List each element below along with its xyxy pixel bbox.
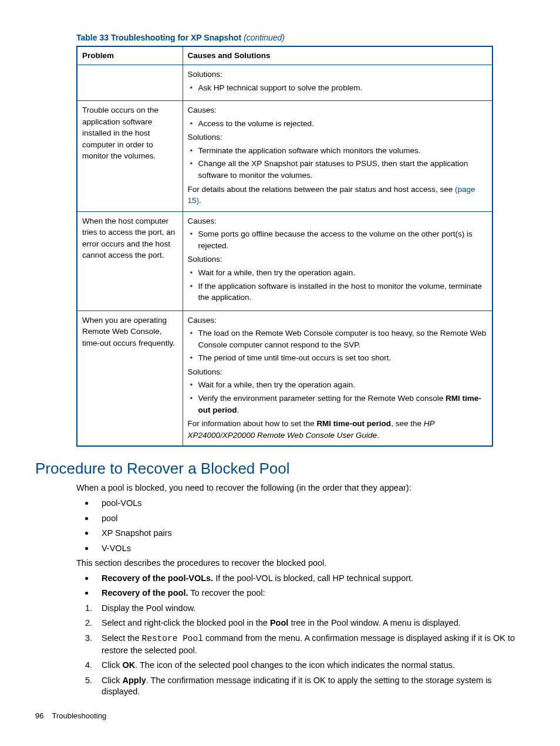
text-span: To recover the pool: [188,588,265,598]
text-span: If the pool-VOL is blocked, call HP tech… [213,573,413,583]
text-span: . The confirmation message indicating if… [102,676,492,697]
page-number: 96 [35,711,43,720]
note-post: . [199,196,201,205]
list-item: Wait for a while, then try the operation… [188,379,488,391]
text-span: tree in the Pool window. A menu is displ… [288,618,460,627]
section-heading: Procedure to Recover a Blocked Pool [35,458,525,479]
section-desc: This section describes the procedures to… [76,558,525,569]
text-span: Verify the environment parameter setting… [198,394,446,403]
note-text: For details about the relations between … [188,184,488,207]
list-item: Recovery of the pool-VOLs. If the pool-V… [85,573,525,585]
step: Display the Pool window. [85,603,525,615]
causes-list: The load on the Remote Web Console compu… [188,328,488,364]
bold-span: Pool [270,618,288,627]
step: Select the Restore Pool command from the… [85,633,525,656]
problem-cell [77,65,183,101]
causes-label: Causes: [188,104,488,116]
text-span: For information about how to set the [188,419,317,428]
bold-span: Apply [122,676,146,685]
list-item: XP Snapshot pairs [85,528,525,539]
text-span: Click [102,676,122,685]
bold-span: Recovery of the pool. [102,588,188,598]
text-span: . [377,431,379,440]
solutions-list: Wait for a while, then try the operation… [188,379,488,416]
list-item: The load on the Remote Web Console compu… [188,328,488,350]
solutions-label: Solutions: [188,131,488,143]
bold-span: OK [122,660,135,670]
list-item: If the application software is installed… [188,281,488,303]
step: Click Apply. The confirmation message in… [85,675,525,698]
list-item: V-VOLs [85,543,525,555]
list-item: Recovery of the pool. To recover the poo… [85,588,525,599]
header-causes: Causes and Solutions [183,46,492,65]
list-item: Verify the environment parameter setting… [188,393,488,416]
mono-span: Restore Pool [142,634,203,643]
solutions-label: Solutions: [188,69,488,80]
causes-cell: Causes: The load on the Remote Web Conso… [183,310,492,446]
page-footer: 96Troubleshooting [35,711,525,721]
list-item: pool-VOLs [85,498,525,509]
troubleshooting-table: Problem Causes and Solutions Solutions: … [76,46,493,447]
list-item: pool [85,513,525,525]
procedure-steps: Display the Pool window. Select and righ… [85,603,525,698]
text-span: . [237,406,239,414]
problem-cell: When you are operating Remote Web Consol… [77,310,183,446]
step: Click OK. The icon of the selected pool … [85,660,525,671]
bold-span: RMI time-out period [316,419,391,428]
causes-label: Causes: [188,315,488,326]
caption-continued: (continued) [244,33,285,42]
bold-span: Recovery of the pool-VOLs. [102,573,213,583]
recovery-list: Recovery of the pool-VOLs. If the pool-V… [85,573,525,599]
list-item: Change all the XP Snapshot pair statuses… [188,158,488,181]
header-problem: Problem [77,46,183,65]
list-item: Ask HP technical support to solve the pr… [188,82,488,94]
list-item: Terminate the application software which… [188,145,488,157]
solutions-list: Terminate the application software which… [188,145,488,181]
causes-list: Some ports go offline because the access… [188,228,488,251]
text-span: Select the [102,633,142,643]
recovery-order-list: pool-VOLs pool XP Snapshot pairs V-VOLs [85,498,525,554]
causes-cell: Solutions: Ask HP technical support to s… [183,65,492,101]
caption-text: Table 33 Troubleshooting for XP Snapshot [76,33,244,42]
table-row: Solutions: Ask HP technical support to s… [77,65,492,101]
note-pre: For details about the relations between … [188,185,456,194]
note-text: For information about how to set the RMI… [188,418,488,441]
text-span: Click [102,660,122,670]
text-span: . The icon of the selected pool changes … [135,660,455,670]
list-item: The period of time until time-out occurs… [188,352,488,364]
problem-cell: Trouble occurs on the application softwa… [77,101,183,212]
table-row: When the host computer tries to access t… [77,211,492,310]
list-item: Wait for a while, then try the operation… [188,267,488,279]
solutions-label: Solutions: [188,254,488,265]
causes-cell: Causes: Some ports go offline because th… [183,211,492,310]
step: Select and right-click the blocked pool … [85,617,525,629]
text-span: , see the [391,419,424,428]
list-item: Access to the volume is rejected. [188,118,488,130]
table-row: Trouble occurs on the application softwa… [77,101,492,212]
causes-cell: Causes: Access to the volume is rejected… [183,101,492,212]
chapter-name: Troubleshooting [52,711,106,720]
solutions-list: Wait for a while, then try the operation… [188,267,488,303]
causes-label: Causes: [188,215,488,227]
section-intro: When a pool is blocked, you need to reco… [76,482,525,494]
solutions-label: Solutions: [188,366,488,378]
causes-list: Access to the volume is rejected. [188,118,488,130]
list-item: Some ports go offline because the access… [188,228,488,251]
table-caption: Table 33 Troubleshooting for XP Snapshot… [76,32,525,43]
text-span: Select and right-click the blocked pool … [102,618,270,627]
table-row: When you are operating Remote Web Consol… [77,310,492,446]
problem-cell: When the host computer tries to access t… [77,211,183,310]
solutions-list: Ask HP technical support to solve the pr… [188,82,488,94]
